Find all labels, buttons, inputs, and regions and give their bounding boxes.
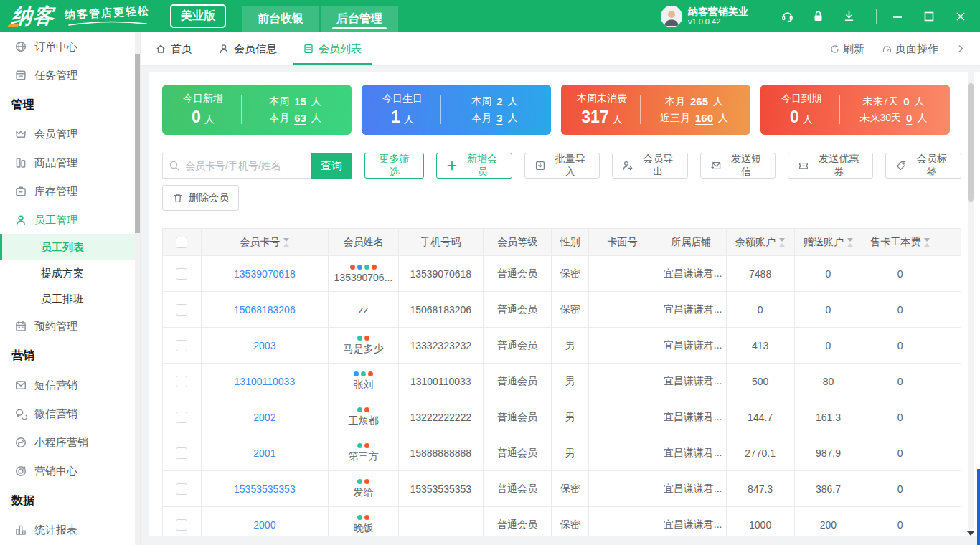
sidebar-item-会员管理[interactable]: 会员管理 (0, 120, 140, 148)
stat-sub-value[interactable]: 265 (690, 95, 708, 108)
nav-front-cashier[interactable]: 前台收银 (242, 6, 319, 32)
stat-card-今日新增[interactable]: 今日新增0人本周15人本月63人 (162, 85, 352, 135)
sort-carets[interactable] (283, 238, 289, 247)
app-version: v1.0.0.42 (688, 17, 748, 27)
button-删除会员[interactable]: 删除会员 (162, 185, 239, 211)
sidebar-item-label: 统计报表 (34, 523, 77, 537)
page-scrollbar[interactable] (968, 69, 974, 529)
search-button[interactable]: 查询 (311, 153, 352, 179)
lock-icon[interactable] (811, 9, 825, 23)
refresh-button[interactable]: 刷新 (829, 42, 864, 56)
member-card-link[interactable]: 2002 (253, 412, 275, 423)
select-all-checkbox[interactable] (176, 237, 187, 248)
cell-gender: 男 (552, 399, 589, 435)
nav-back-admin[interactable]: 后台管理 (321, 6, 398, 32)
scroll-down-arrow[interactable] (967, 531, 974, 536)
sidebar-section-营销: 营销 (0, 341, 140, 371)
button-发送优惠券[interactable]: 发送优惠券 (788, 153, 873, 179)
sort-carets[interactable] (924, 238, 930, 247)
stat-card-本周未消费[interactable]: 本周未消费317人本月265人近三月160人 (561, 85, 750, 135)
tab-首页[interactable]: 首页 (155, 32, 192, 65)
stat-sub-value[interactable]: 160 (695, 112, 713, 124)
button-新增会员[interactable]: 新增会员 (436, 153, 512, 179)
column-header-extra (938, 229, 961, 256)
row-checkbox[interactable] (176, 376, 187, 387)
row-checkbox[interactable] (176, 304, 187, 316)
row-checkbox[interactable] (176, 412, 187, 423)
edition-button[interactable]: 美业版 (170, 4, 226, 28)
cell-phone: 13100110033 (398, 364, 483, 399)
sidebar-item-小程序营销[interactable]: 小程序营销 (0, 428, 140, 457)
stat-card-今日到期[interactable]: 今日到期0人未来7天0人未来30天0人 (760, 85, 950, 135)
sidebar-item-营销中心[interactable]: 营销中心 (0, 457, 140, 485)
close-button[interactable] (956, 11, 966, 22)
button-批量导入[interactable]: 批量导入 (524, 153, 600, 179)
stat-card-value: 0 (192, 108, 201, 126)
sidebar-item-库存管理[interactable]: 库存管理 (0, 177, 140, 206)
button-会员标签[interactable]: 会员标签 (885, 153, 961, 179)
chevron-right-icon[interactable] (956, 44, 966, 54)
tab-会员列表[interactable]: 会员列表 (303, 32, 362, 65)
column-header-余额账户[interactable]: 余额账户 (726, 229, 794, 256)
download-icon[interactable] (842, 9, 856, 23)
member-card-link[interactable]: 13539070618 (234, 268, 296, 280)
headset-icon[interactable] (781, 9, 794, 23)
sidebar-subitem-员工列表[interactable]: 员工列表 (0, 234, 140, 260)
stat-sub-value[interactable]: 2 (496, 95, 502, 108)
member-card-link[interactable]: 15353535353 (234, 483, 296, 495)
avatar[interactable] (661, 6, 682, 27)
row-checkbox[interactable] (176, 268, 187, 280)
minimize-button[interactable] (892, 11, 903, 22)
user-info[interactable]: 纳客营销美业 v1.0.0.42 (688, 6, 748, 27)
plus-icon (446, 160, 458, 171)
member-card-link[interactable]: 15068183206 (234, 304, 296, 316)
sort-carets[interactable] (779, 238, 785, 247)
member-table-wrap: 会员卡号会员姓名手机号码会员等级性别卡面号所属店铺余额账户赠送账户售卡工本费13… (162, 228, 961, 543)
button-label: 会员标签 (912, 153, 951, 179)
search-input[interactable] (162, 153, 311, 179)
member-card-link[interactable]: 2000 (253, 519, 275, 531)
stat-sub-value[interactable]: 15 (294, 95, 306, 108)
button-发送短信[interactable]: 发送短信 (700, 153, 776, 179)
sort-carets[interactable] (847, 238, 853, 247)
sidebar-subitem-员工排班[interactable]: 员工排班 (0, 286, 140, 312)
cell-name: 发给 (329, 471, 399, 507)
tab-会员信息[interactable]: 会员信息 (218, 32, 277, 65)
stat-card-今日生日[interactable]: 今日生日1人本周2人本月3人 (362, 85, 551, 135)
stat-sub-value[interactable]: 63 (294, 112, 306, 124)
search-group: 查询 (162, 153, 352, 179)
stat-sub-value[interactable]: 0 (903, 95, 909, 108)
cell-select (163, 399, 202, 435)
maximize-button[interactable] (924, 11, 934, 22)
button-会员导出[interactable]: 会员导出 (612, 153, 688, 179)
sidebar-item-统计报表[interactable]: 统计报表 (0, 516, 140, 544)
column-header-售卡工本费[interactable]: 售卡工本费 (862, 229, 938, 256)
member-card-link[interactable]: 2003 (253, 340, 275, 351)
sidebar-scrollbar[interactable] (135, 32, 140, 545)
sidebar-item-任务管理[interactable]: 任务管理 (0, 61, 140, 90)
stat-sub-value[interactable]: 3 (496, 112, 502, 124)
column-header-赠送账户[interactable]: 赠送账户 (794, 229, 862, 256)
row-checkbox[interactable] (176, 519, 187, 531)
sidebar-item-微信营销[interactable]: 微信营销 (0, 399, 140, 428)
stat-sub-value[interactable]: 0 (906, 112, 912, 124)
sidebar-scrollbar-thumb[interactable] (135, 54, 140, 233)
row-checkbox[interactable] (176, 447, 187, 459)
sidebar-item-预约管理[interactable]: 预约管理 (0, 312, 140, 341)
column-header-会员卡号[interactable]: 会员卡号 (201, 229, 328, 256)
sidebar-item-员工管理[interactable]: 员工管理 (0, 206, 140, 234)
user-export-icon (622, 160, 633, 171)
sidebar-item-订单中心[interactable]: 订单中心 (0, 32, 140, 61)
tab-actions: 刷新 页面操作 (829, 42, 966, 56)
sidebar-subitem-提成方案[interactable]: 提成方案 (0, 260, 140, 286)
member-card-link[interactable]: 13100110033 (235, 376, 296, 387)
button-更多筛选[interactable]: 更多筛选 (364, 153, 424, 179)
cell-select (163, 256, 202, 292)
row-checkbox[interactable] (176, 483, 187, 495)
member-card-link[interactable]: 2001 (253, 447, 275, 459)
sidebar-item-商品管理[interactable]: 商品管理 (0, 148, 140, 177)
page-scrollbar-thumb[interactable] (968, 83, 974, 202)
row-checkbox[interactable] (176, 340, 187, 351)
sidebar-item-短信营销[interactable]: 短信营销 (0, 371, 140, 399)
page-operations-button[interactable]: 页面操作 (882, 42, 938, 56)
